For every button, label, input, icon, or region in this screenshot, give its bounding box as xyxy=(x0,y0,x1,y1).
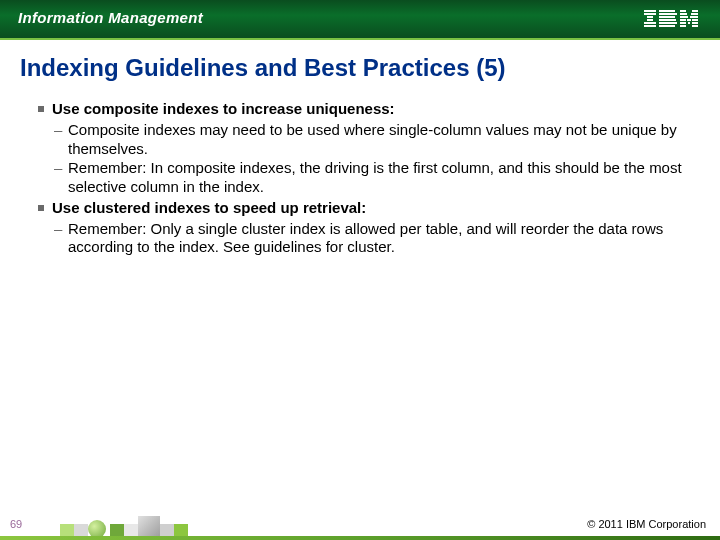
svg-rect-14 xyxy=(680,13,687,15)
svg-rect-23 xyxy=(692,22,698,24)
svg-rect-16 xyxy=(680,16,688,18)
header-bar: Information Management xyxy=(0,0,720,40)
svg-rect-0 xyxy=(644,10,656,12)
svg-rect-2 xyxy=(647,16,653,18)
svg-rect-4 xyxy=(644,22,656,24)
svg-rect-12 xyxy=(680,10,686,12)
svg-rect-5 xyxy=(644,25,656,27)
ibm-logo-icon xyxy=(644,10,698,32)
svg-rect-19 xyxy=(687,19,691,21)
slide-title: Indexing Guidelines and Best Practices (… xyxy=(20,54,720,82)
svg-rect-20 xyxy=(692,19,698,21)
footer-accent-bar xyxy=(0,536,720,540)
footer-decoration-icon xyxy=(60,510,210,538)
header-brand-title: Information Management xyxy=(18,9,203,26)
svg-rect-24 xyxy=(680,25,686,27)
svg-rect-15 xyxy=(691,13,698,15)
bullet-level-2: Composite indexes may need to be used wh… xyxy=(38,121,690,159)
bullet-level-1: Use composite indexes to increase unique… xyxy=(38,100,690,119)
page-number: 69 xyxy=(10,518,22,530)
svg-rect-10 xyxy=(659,22,677,24)
slide-content: Use composite indexes to increase unique… xyxy=(38,100,690,257)
bullet-level-2: Remember: In composite indexes, the driv… xyxy=(38,159,690,197)
svg-rect-1 xyxy=(644,13,656,15)
svg-rect-9 xyxy=(659,19,676,21)
svg-rect-25 xyxy=(692,25,698,27)
bullet-lead: Use composite indexes to increase unique… xyxy=(52,100,395,117)
svg-rect-21 xyxy=(680,22,686,24)
footer: 69 © 2011 IBM Corporation xyxy=(0,508,720,540)
svg-rect-22 xyxy=(688,22,690,24)
svg-rect-13 xyxy=(692,10,698,12)
svg-rect-6 xyxy=(659,10,675,12)
svg-rect-17 xyxy=(690,16,698,18)
svg-rect-3 xyxy=(647,19,653,21)
svg-rect-11 xyxy=(659,25,675,27)
bullet-level-2: Remember: Only a single cluster index is… xyxy=(38,220,690,258)
svg-rect-8 xyxy=(659,16,675,18)
svg-rect-7 xyxy=(659,13,677,15)
svg-rect-18 xyxy=(680,19,686,21)
bullet-lead: Use clustered indexes to speed up retrie… xyxy=(52,199,366,216)
copyright-text: © 2011 IBM Corporation xyxy=(587,518,706,530)
bullet-level-1: Use clustered indexes to speed up retrie… xyxy=(38,199,690,218)
